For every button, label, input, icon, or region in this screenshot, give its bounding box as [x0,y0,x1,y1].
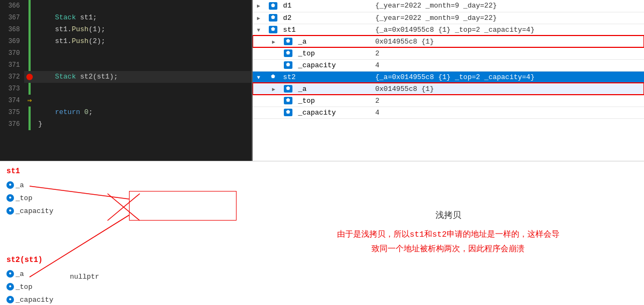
code-editor: 366 367 Stack st1; 368 st1.Push(1); 369 … [0,0,253,161]
debug-row-d1: ▶ ⬟ d1 {_year=2022 _month=9 _day=22} [253,0,644,12]
var-icon-st1-capacity: ⬟ [284,61,292,69]
section-title: 浅拷贝 [435,210,461,221]
debug-name-st1: ▼ ⬟ st1 [253,24,371,36]
top-section: 366 367 Stack st1; 368 st1.Push(1); 369 … [0,0,644,161]
gutter-367 [24,12,35,24]
expand-icon-st1[interactable]: ▼ [257,27,264,33]
st1-label: st1 [6,167,20,175]
st2-item-a: ● _a [6,267,53,280]
debug-value-st2: {_a=0x014955c8 {1} _top=2 _capacity=4} [371,71,644,83]
var-icon-st2-a: ⬟ [284,85,292,93]
st1-items: ● _a ● _top ● _capacity [6,179,53,217]
line-number-367: 367 [0,12,24,24]
debug-table: ▶ ⬟ d1 {_year=2022 _month=9 _day=22} ▶ ⬟… [253,0,644,119]
st2-item-top: ● _top [6,280,53,293]
description-text: 由于是浅拷贝，所以st1和st2申请的地址是一样的，这样会导 致同一个地址被析构… [337,228,560,257]
debug-row-st1-a: ▶ ⬟ _a 0x014955c8 {1} [253,36,644,47]
line-content-369: st1.Push(2); [35,36,105,47]
line-content-372: Stack st2(st1); [35,71,118,83]
var-icon-st1-a: ⬟ [284,38,292,45]
line-content-375: return 0; [35,107,92,118]
var-icon-d1: ⬟ [269,2,277,10]
var-label-st1-top: _top [16,194,32,202]
debug-value-st1: {_a=0x014955c8 {1} _top=2 _capacity=4} [371,24,644,36]
line-number-374: 374 [0,95,24,107]
var-icon-st2-capacity: ⬟ [284,109,292,116]
debug-name-d2: ▶ ⬟ d2 [253,12,371,24]
var-label-st2-top: _top [16,283,32,291]
var-icon-st1: ⬟ [269,26,277,33]
gutter-370 [24,47,35,59]
gutter-371 [24,59,35,71]
code-line-368: 368 st1.Push(1); [0,24,252,36]
st1-item-a: ● _a [6,179,53,191]
var-label-st2-a: _a [16,270,24,278]
gutter-368 [24,24,35,36]
debug-name-st2-capacity: ⬟ _capacity [253,107,371,118]
var-label-st2-capacity: _capacity [16,296,53,304]
line-content-367: Stack st1; [35,12,97,24]
expand-icon-d1[interactable]: ▶ [257,3,264,9]
var-dot-st2-capacity: ● [6,296,14,303]
code-line-375: 375 return 0; [0,107,252,118]
code-line-369: 369 st1.Push(2); [0,36,252,47]
expand-icon-st2[interactable]: ▼ [257,75,264,81]
var-dot-st2-top: ● [6,283,14,290]
line-number-376: 376 [0,118,24,130]
memory-box [129,191,237,221]
diagram-left: st1 ● _a ● _top ● _capacity st2(st1) ● [0,161,253,305]
line-number-368: 368 [0,24,24,36]
st2-label: st2(st1) [6,256,42,264]
debug-value-st1-capacity: 4 [371,59,644,71]
debug-row-st2-a: ▶ ⬟ _a 0x014955c8 {1} [253,83,644,95]
expand-icon-st1-a[interactable]: ▶ [272,39,280,45]
debug-value-st1-top: 2 [371,47,644,59]
var-label-st1-a: _a [16,181,24,189]
line-content-376: } [35,118,42,130]
st1-item-top: ● _top [6,191,53,204]
st2-items: ● _a ● _top ● _capacity [6,267,53,305]
expand-icon-st2-a[interactable]: ▶ [272,86,280,93]
line-content-368: st1.Push(1); [35,24,105,36]
line-number-371: 371 [0,59,24,71]
debug-value-d1: {_year=2022 _month=9 _day=22} [371,0,644,12]
var-icon-d2: ⬟ [269,14,277,22]
var-icon-st1-top: ⬟ [284,49,292,57]
gutter-366 [24,0,35,12]
gutter-374: ⇒ [24,95,35,107]
debug-name-st2-top: ⬟ _top [253,95,371,107]
gutter-372 [24,74,35,80]
var-dot-st1-a: ● [6,181,14,189]
var-label-st1-capacity: _capacity [16,207,53,215]
line-number-369: 369 [0,36,24,47]
code-line-372: 372 Stack st2(st1); [0,71,252,83]
debug-name-st1-top: ⬟ _top [253,47,371,59]
expand-icon-d2[interactable]: ▶ [257,15,264,22]
arrow-indicator-icon: ⇒ [27,95,32,107]
code-line-366: 366 [0,0,252,12]
debug-row-st2-capacity: ⬟ _capacity 4 [253,107,644,118]
debug-name-st2-a: ▶ ⬟ _a [253,83,371,95]
breakpoint-icon [26,74,33,80]
nullptr-label: nullptr [70,273,99,281]
var-icon-st2-top: ⬟ [284,97,292,104]
description-line2: 致同一个地址被析构两次，因此程序会崩溃 [371,245,525,254]
code-line-374: 374 ⇒ [0,95,252,107]
debug-row-d2: ▶ ⬟ d2 {_year=2022 _month=9 _day=22} [253,12,644,24]
st2-item-capacity: ● _capacity [6,293,53,305]
line-number-366: 366 [0,0,24,12]
debug-name-st1-capacity: ⬟ _capacity [253,59,371,71]
st1-item-capacity: ● _capacity [6,204,53,217]
debug-value-st2-top: 2 [371,95,644,107]
code-line-370: 370 [0,47,252,59]
line-number-372: 372 [0,71,24,83]
gutter-375 [24,107,35,118]
diagram-right: 浅拷贝 由于是浅拷贝，所以st1和st2申请的地址是一样的，这样会导 致同一个地… [253,161,644,305]
line-number-375: 375 [0,107,24,118]
code-line-373: 373 [0,83,252,95]
debug-value-st1-a: 0x014955c8 {1} [371,36,644,47]
gutter-373 [24,83,35,95]
var-dot-st2-a: ● [6,270,14,278]
gutter-376 [24,118,35,130]
debug-name-st1-a: ▶ ⬟ _a [253,36,371,47]
